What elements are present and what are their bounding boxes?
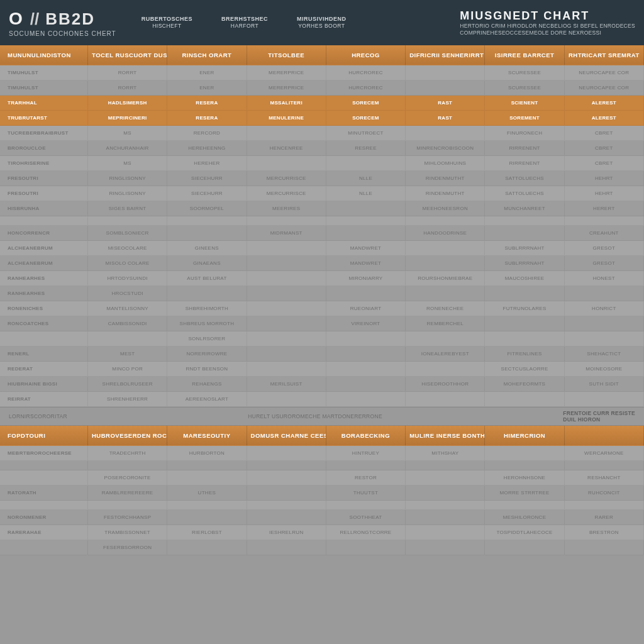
table-cell: CBRET: [565, 141, 644, 156]
table-cell: WERCARMONE: [565, 446, 644, 461]
table-cell: SHRELBOLRUSEER: [88, 377, 167, 392]
table-cell: HERERT: [565, 201, 644, 216]
band2-col-5[interactable]: HIMERCRION: [485, 426, 564, 446]
table-cell: RESREE: [326, 141, 406, 156]
header-tab-1[interactable]: BRERHSTSHEC HARFORT: [221, 16, 268, 30]
table-cell: [485, 286, 564, 301]
table-cell: TRAMBISSONNET: [88, 525, 167, 540]
table-cell: [485, 226, 564, 241]
table-cell: MEST: [88, 347, 167, 362]
table-cell: [326, 461, 406, 470]
data-grid-1: TIMUHULSTRORRTENERMERERPRICEHURCRORECSCU…: [0, 65, 644, 407]
table-cell: NEUROCAPEE COR: [565, 65, 644, 80]
table-cell: [326, 501, 406, 510]
section-divider-left: LORNIRSCORORITAR: [9, 413, 67, 419]
table-cell: THUUTST: [326, 486, 406, 501]
table-cell: SHBREHIMORTH: [167, 301, 247, 316]
band1-col-1[interactable]: RINSCH ORART: [167, 45, 247, 65]
table-cell: [406, 540, 485, 555]
table-cell: SUBLRRRNAHT: [485, 241, 564, 256]
table-cell: [406, 65, 485, 80]
table-cell: [485, 461, 564, 470]
band2-col-4[interactable]: MULIRE INERSE BONTHERER: [406, 426, 485, 446]
header-tab-2[interactable]: MIRUSIVIHDEND YORHES BOORT: [297, 16, 347, 30]
table-cell: [406, 241, 485, 256]
table-cell: UTHES: [167, 486, 247, 501]
band2-col-3[interactable]: BORABECKING: [326, 426, 406, 446]
section-divider-right-2: DUIL HIORON: [563, 416, 600, 423]
table-cell: HANDOODRINSE: [406, 226, 485, 241]
row-label: RATORATH: [0, 486, 88, 501]
table-cell: [406, 501, 485, 510]
header-tab-0[interactable]: RUBERTOSCHES HISCHEFT: [142, 16, 192, 30]
table-cell: RESERA: [167, 96, 247, 111]
band1-col-6[interactable]: RHTRICART SREMRAT: [565, 45, 644, 65]
table-cell: [406, 126, 485, 141]
table-cell: RNDT BEENSON: [167, 362, 247, 377]
table-cell: SECTCUSLAORRE: [485, 362, 564, 377]
row-label: FRESOUTRI: [0, 186, 88, 201]
table-cell: RINDENMUTHT: [406, 186, 485, 201]
table-cell: SCIENENT: [485, 96, 564, 111]
page-subtitle-1: HERTORIO CRIM HIRODLOR NECBELIOG SI BEFE…: [460, 23, 635, 30]
row-label: MEBRTBROROCHEERSE: [0, 446, 88, 461]
row-label: HIUBRHAINE BIGSI: [0, 377, 88, 392]
band1-col-4[interactable]: DIFRICRII SENHERIRRT: [406, 45, 485, 65]
table-cell: [247, 256, 326, 271]
table-cell: MORRE STRRTREE: [485, 486, 564, 501]
table-cell: SONLRSORER: [167, 331, 247, 347]
table-cell: [565, 216, 644, 226]
table-cell: RONENECHEE: [406, 301, 485, 316]
row-label: REDERAT: [0, 362, 88, 377]
band2-col-0[interactable]: HUBROVESERDEN ROCKLONG: [88, 426, 167, 446]
band2-col-1[interactable]: MARESEOUTIY: [167, 426, 247, 446]
table-cell: ALEREST: [565, 111, 644, 126]
table-cell: IESHRELRUN: [247, 525, 326, 540]
logo-block: O // BB2D SOCUMEN COCHONES CHERT: [9, 9, 116, 37]
band1-col-0[interactable]: TOCEL RUSCUORT DUSFELAIMRENT: [88, 45, 167, 65]
table-cell: [247, 510, 326, 525]
table-cell: RIRRENENT: [485, 141, 564, 156]
table-cell: ALEREST: [565, 96, 644, 111]
row-label: RANHEARHES: [0, 286, 88, 301]
table-cell: RUEONIART: [326, 301, 406, 316]
logo-slash-icon: //: [30, 9, 39, 29]
row-label: [0, 461, 88, 470]
band1-col-2[interactable]: TITSOLBEE: [247, 45, 326, 65]
page-title: MIUSGNEDT CHART: [460, 9, 635, 23]
table-cell: [565, 540, 644, 555]
band1-col-3[interactable]: HRECOG: [326, 45, 406, 65]
row-label: TRUBRUTARST: [0, 111, 88, 126]
table-cell: FITRENLINES: [485, 347, 564, 362]
table-cell: RARER: [565, 510, 644, 525]
table-cell: HRTODYSUINDI: [88, 271, 167, 286]
table-cell: [247, 446, 326, 461]
table-cell: NLLE: [326, 186, 406, 201]
table-cell: VIREINORT: [326, 316, 406, 331]
table-cell: NEUROCAPEE COR: [565, 80, 644, 96]
table-cell: [326, 226, 406, 241]
table-cell: FUTRUNOLARES: [485, 301, 564, 316]
table-cell: SUTH SIDIT: [565, 377, 644, 392]
table-cell: HONEST: [565, 271, 644, 286]
band2-col-6[interactable]: [565, 426, 644, 446]
table-cell: GINEENS: [167, 241, 247, 256]
table-cell: [247, 271, 326, 286]
table-cell: [247, 301, 326, 316]
table-cell: [167, 470, 247, 486]
table-cell: [88, 331, 167, 347]
table-cell: [406, 525, 485, 540]
table-cell: [326, 286, 406, 301]
table-cell: [247, 286, 326, 301]
table-cell: FINURONECH: [485, 126, 564, 141]
table-cell: MISEOCOLARE: [88, 241, 167, 256]
table-cell: MEPRIRCINERI: [88, 111, 167, 126]
table-cell: MINUTROECT: [326, 126, 406, 141]
table-cell: [406, 461, 485, 470]
header-tab-label: MIRUSIVIHDEND: [297, 16, 347, 23]
table-cell: [485, 216, 564, 226]
band2-col-2[interactable]: DOMUSR CHARNE CEESEHORE: [247, 426, 326, 446]
band1-col-5[interactable]: ISIRREE BARRCET: [485, 45, 564, 65]
header-tab-sublabel: YORHES BOORT: [298, 23, 345, 30]
table-cell: NORERIROWRE: [167, 347, 247, 362]
